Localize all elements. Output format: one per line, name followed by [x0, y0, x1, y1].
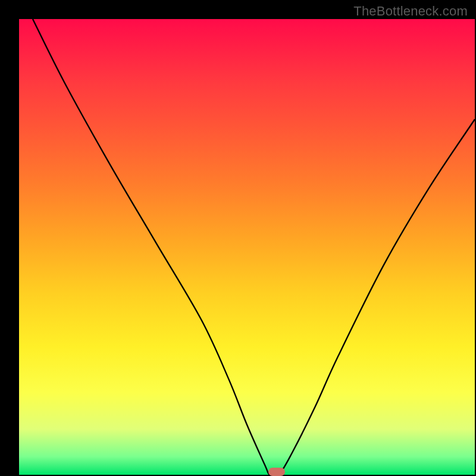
optimum-marker — [268, 468, 285, 476]
bottleneck-curve — [19, 19, 475, 475]
curve-path — [33, 19, 475, 475]
plot-area — [19, 19, 475, 475]
chart-frame: TheBottleneck.com — [0, 0, 476, 476]
watermark-text: TheBottleneck.com — [353, 4, 468, 19]
